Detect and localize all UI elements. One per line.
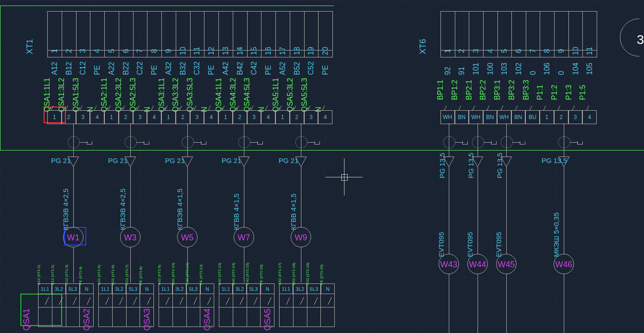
gland-label: PG 21 [222,157,242,164]
cable-tag: W43 [439,254,459,274]
gland-label: PG 21 [279,157,299,164]
cable-wire [130,123,131,157]
terminal-cell: C5219 [304,12,319,57]
connector-cell: 4 [204,111,218,124]
cable-wire [506,123,507,157]
green-section-line-top [0,6,334,6]
connector-cell: 3 [247,111,261,124]
terminal-number: 19 [307,47,315,55]
cable-wire [187,167,188,227]
connector-cell: 1 [218,111,233,124]
origin-label: QSA5:5L3 [300,78,309,112]
breaker-source-label: A22 (XT1:5) [97,265,101,285]
origin-label: QSA3:1L1 [158,78,166,112]
origin-label: BP1:2 [451,80,459,100]
terminal-number: 11 [586,47,594,55]
breaker-source-label: A42 (XT1:13) [217,263,222,285]
breaker-source-label: A52 (XT1:17) [278,263,282,285]
cable-tag: W5 [177,227,198,247]
breaker-source-label: C22 (XT1:7) [125,264,129,285]
terminal-cell: C227 [133,12,147,57]
breaker-pin-label: 5L3 [186,283,200,294]
terminal-label: B22 [122,19,130,75]
terminal-cell: B226 [119,12,133,57]
connector-row: 1234 [104,110,161,124]
connector-cell: 2 [62,111,76,124]
cable-tag: W45 [496,254,516,274]
terminal-label: A12 [51,19,59,75]
terminal-number: 4 [486,49,495,53]
origin-label: QSA4:5L3 [243,78,251,112]
gland-label: PG 13,5 [542,157,567,164]
gland-label: PG 21 [108,157,128,164]
origin-label: QSA3:3L2 [172,78,180,112]
terminal-label: 100 [486,19,495,75]
connector-cell: 1 [275,111,290,124]
terminal-cell: 1068 [540,12,554,57]
cable-spec: КГВЭВ 4×2,5 [119,188,127,230]
terminal-cell: A121 [48,12,62,57]
cable-spec: EVT095 [437,232,445,257]
breaker-source-label: B22 (XT1:6) [111,265,115,285]
connector-cell: 3 [304,111,319,124]
breaker-pin-label: N [200,283,214,294]
gland-label: PG 13,5 [438,153,446,178]
origin-label: P1:1 [536,85,544,100]
cable-wire [564,167,564,254]
terminal-number: 13 [222,47,230,55]
connector-cell: WH [440,111,455,124]
connector-cell: 4 [147,111,161,124]
shield-icon [558,136,570,148]
breaker-pin-label: 5L3 [307,283,321,294]
terminal-cell: C4215 [247,12,261,57]
breaker-source-label: PE (XT1:8) [139,266,143,285]
green-section-left [0,6,1,150]
cable-spec: EVT095 [495,232,503,257]
terminal-number: 18 [293,47,301,55]
breaker-pin-label: N [80,283,94,294]
breaker-pin-label: N [321,283,335,294]
terminal-cell: B5218 [290,12,304,57]
connector-cell: 2 [233,111,247,124]
terminal-number: 2 [65,49,73,53]
breaker-pin-label: 3L2 [112,283,126,294]
origin-label: QSA4:3L2 [229,78,237,112]
terminal-number: 16 [264,47,273,55]
terminal-number: 8 [150,49,159,53]
terminal-number: 17 [279,47,287,55]
connector-cell: 3 [133,111,147,124]
terminal-cell: B3210 [176,12,190,57]
breaker-pin-label: 1L1 [279,283,293,294]
connector-cell: BU [525,111,540,124]
terminal-number: 11 [193,47,201,55]
terminal-cell: B122 [62,12,76,57]
connector-row: 1234 [275,110,332,124]
breaker-pin-label: 5L3 [66,283,80,294]
cable-tag: W9 [291,227,311,247]
terminal-cell: PE12 [204,12,218,57]
cable-spec: КГВЭВ 4×1,5 [176,188,184,230]
cable-tag: W3 [120,227,140,247]
breaker-source-label: B52 (XT1:18) [292,263,296,285]
terminal-block-xt6: XT6 921912101310041035102607106809104101… [440,11,597,57]
cable-wire [449,167,449,254]
terminal-block-xt1: XT1 A121B122C123PE4A225B226C227PE8A329B3… [47,11,333,57]
terminal-number: 15 [250,47,258,55]
terminal-number: 5 [108,49,116,53]
terminal-number: 12 [207,47,216,55]
terminal-number: 3 [79,49,87,53]
origin-label: P1:5 [579,85,587,100]
breaker-pin-label: 1L1 [98,283,112,294]
cable-wire [478,167,478,254]
connector-cell: 1 [104,111,119,124]
connector-cell: 2 [119,111,133,124]
terminal-label: 92 [444,19,452,75]
connector-cell: 2 [554,111,568,124]
shield-icon [472,136,484,148]
terminal-cell: 1004 [483,12,497,57]
gland-label: PG 21 [165,157,185,164]
terminal-cell: A225 [104,12,119,57]
terminal-label: C22 [136,19,144,75]
terminal-number: 7 [136,49,144,53]
terminal-cell: PE20 [318,12,332,57]
